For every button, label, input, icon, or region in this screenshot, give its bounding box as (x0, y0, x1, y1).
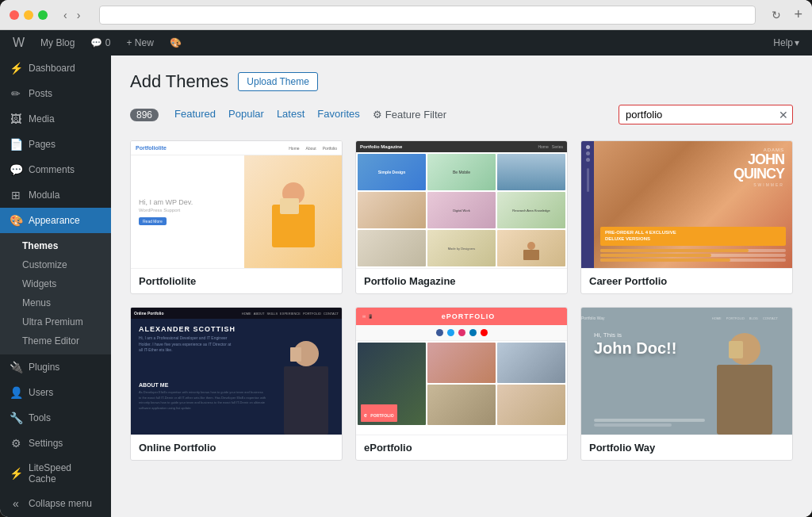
sidebar-label-media: Media (29, 113, 55, 124)
search-clear-icon[interactable]: ✕ (779, 109, 788, 121)
theme-card-portfoliolite[interactable]: Portfoliolite Home About Portfolio Hi, I… (130, 140, 343, 294)
close-button[interactable] (10, 10, 19, 20)
pages-icon: 📄 (10, 138, 22, 151)
sidebar-label-posts: Posts (29, 88, 52, 99)
theme-thumbnail-eportfolio: ✉ 📱 ePORTFOLIO (356, 308, 567, 435)
sidebar-label-comments: Comments (29, 164, 75, 175)
theme-thumbnail-portfolio-magazine: Portfolio Magazine Home Series Simple De… (356, 141, 567, 268)
help-chevron-icon: ▾ (795, 37, 799, 48)
sidebar-item-media[interactable]: 🖼 Media (0, 106, 111, 132)
comments-icon: 💬 (10, 163, 22, 176)
media-icon: 🖼 (10, 113, 22, 125)
sidebar-item-collapse[interactable]: « Collapse menu (0, 491, 111, 516)
sidebar-label-litespeed: LiteSpeed Cache (29, 462, 102, 484)
feature-filter-label: Feature Filter (385, 109, 446, 121)
sidebar-sub-widgets[interactable]: Widgets (0, 274, 111, 293)
sidebar-item-users[interactable]: 👤 Users (0, 380, 111, 405)
sidebar-label-tools: Tools (29, 412, 51, 423)
sidebar-item-tools[interactable]: 🔧 Tools (0, 405, 111, 431)
traffic-lights (10, 10, 48, 20)
add-tab-button[interactable]: + (794, 6, 802, 23)
svg-rect-2 (280, 198, 299, 214)
sidebar-item-plugins[interactable]: 🔌 Plugins (0, 354, 111, 380)
appearance-icon: 🎨 (10, 214, 22, 227)
admin-bar-new[interactable]: + New (120, 37, 159, 48)
theme-card-portfolio-magazine[interactable]: Portfolio Magazine Home Series Simple De… (355, 140, 568, 294)
modula-icon: ⊞ (10, 189, 22, 201)
sidebar-label-appearance: Appearance (29, 215, 80, 226)
theme-card-online-portfolio[interactable]: Online Portfolio HOME ABOUT SKILLS EXPER… (130, 307, 343, 461)
sidebar-item-appearance[interactable]: 🎨 Appearance (0, 208, 111, 233)
help-button[interactable]: Help ▾ (767, 37, 806, 48)
page-title: Add Themes (130, 71, 228, 92)
theme-thumbnail-career-portfolio: ADAMS JOHN QUINCY SWIMMER PRE-ORDER ALL … (581, 141, 792, 268)
sidebar-label-users: Users (29, 387, 53, 398)
theme-card-career-portfolio[interactable]: ADAMS JOHN QUINCY SWIMMER PRE-ORDER ALL … (580, 140, 793, 294)
sidebar-item-modula[interactable]: ⊞ Modula (0, 182, 111, 208)
maximize-button[interactable] (38, 10, 48, 20)
main-layout: ⚡ Dashboard ✏ Posts 🖼 Media 📄 Pages 💬 (0, 56, 812, 517)
svg-rect-4 (523, 250, 539, 260)
filter-tab-featured[interactable]: Featured (168, 105, 222, 124)
theme-thumbnail-online-portfolio: Online Portfolio HOME ABOUT SKILLS EXPER… (131, 308, 342, 435)
admin-bar-comments[interactable]: 💬 0 (84, 37, 117, 48)
minimize-button[interactable] (24, 10, 33, 20)
filter-bar: 896 Featured Popular Latest Favorites ⚙ … (130, 105, 793, 124)
sidebar-sub-themes[interactable]: Themes (0, 236, 111, 255)
sidebar-item-pages[interactable]: 📄 Pages (0, 132, 111, 157)
sidebar-label-collapse: Collapse menu (29, 498, 92, 509)
sidebar-item-comments[interactable]: 💬 Comments (0, 157, 111, 182)
upload-theme-button[interactable]: Upload Theme (238, 72, 318, 91)
theme-card-portfolio-way[interactable]: Portfolio Way HOME PORTFOLIO BLOG CONTAC… (580, 307, 793, 461)
feature-filter-button[interactable]: ⚙ Feature Filter (366, 105, 453, 124)
filter-tab-popular[interactable]: Popular (222, 105, 270, 124)
appearance-submenu: Themes Customize Widgets Menus Ultra Pre… (0, 233, 111, 354)
theme-card-eportfolio[interactable]: ✉ 📱 ePORTFOLIO (355, 307, 568, 461)
theme-count-badge: 896 (130, 109, 159, 121)
back-button[interactable]: ‹ (60, 7, 71, 23)
sidebar-sub-customize[interactable]: Customize (0, 255, 111, 274)
svg-rect-7 (290, 347, 301, 362)
posts-icon: ✏ (10, 87, 22, 100)
sidebar-sub-menus[interactable]: Menus (0, 293, 111, 312)
sidebar-menu: ⚡ Dashboard ✏ Posts 🖼 Media 📄 Pages 💬 (0, 56, 111, 516)
sidebar: ⚡ Dashboard ✏ Posts 🖼 Media 📄 Pages 💬 (0, 56, 111, 517)
sidebar-item-settings[interactable]: ⚙ Settings (0, 431, 111, 456)
titlebar: ‹ › ↻ + (0, 0, 812, 30)
svg-rect-9 (717, 365, 772, 435)
tools-icon: 🔧 (10, 412, 22, 424)
search-themes-input[interactable] (619, 105, 793, 124)
sidebar-label-pages: Pages (29, 139, 56, 150)
theme-name-eportfolio: ePortfolio (356, 435, 567, 460)
sidebar-sub-theme-editor[interactable]: Theme Editor (0, 331, 111, 350)
refresh-button[interactable]: ↻ (772, 9, 781, 21)
theme-name-online-portfolio: Online Portfolio (131, 435, 342, 460)
theme-name-portfolio-magazine: Portfolio Magazine (356, 268, 567, 293)
settings-icon: ⚙ (10, 437, 22, 450)
sidebar-sub-ultra-premium[interactable]: Ultra Premium (0, 312, 111, 331)
sidebar-item-posts[interactable]: ✏ Posts (0, 81, 111, 106)
svg-rect-10 (729, 341, 743, 358)
sidebar-item-litespeed[interactable]: ⚡ LiteSpeed Cache (0, 456, 111, 491)
theme-name-portfoliolite: Portfoliolite (131, 268, 342, 293)
wp-logo[interactable]: W (6, 36, 31, 50)
admin-bar-customize[interactable]: 🎨 (163, 37, 188, 48)
page-header: Add Themes Upload Theme (130, 71, 793, 92)
plugins-icon: 🔌 (10, 361, 22, 373)
theme-name-career-portfolio: Career Portfolio (581, 268, 792, 293)
sidebar-label-settings: Settings (29, 438, 63, 449)
filter-tab-latest[interactable]: Latest (270, 105, 311, 124)
sidebar-item-dashboard[interactable]: ⚡ Dashboard (0, 56, 111, 81)
content-area: Add Themes Upload Theme 896 Featured Pop… (111, 56, 812, 517)
theme-thumbnail-portfolio-way: Portfolio Way HOME PORTFOLIO BLOG CONTAC… (581, 308, 792, 435)
gear-icon: ⚙ (373, 109, 382, 121)
users-icon: 👤 (10, 386, 22, 399)
address-bar[interactable] (99, 6, 756, 25)
browser-window: ‹ › ↻ + W My Blog 💬 0 + New 🎨 Help ▾ ⚡ D… (0, 0, 812, 517)
theme-name-portfolio-way: Portfolio Way (581, 435, 792, 460)
help-label: Help (773, 37, 793, 48)
svg-rect-6 (284, 366, 328, 435)
forward-button[interactable]: › (74, 7, 84, 23)
filter-tab-favorites[interactable]: Favorites (311, 105, 366, 124)
admin-bar-site-name[interactable]: My Blog (34, 37, 81, 48)
